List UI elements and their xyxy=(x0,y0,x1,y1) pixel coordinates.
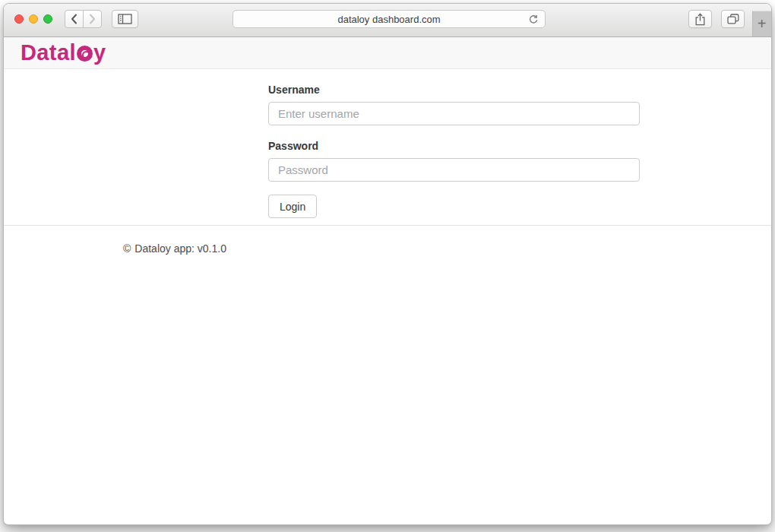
share-icon xyxy=(694,13,706,26)
nav-button-group xyxy=(65,10,102,28)
logo-text-suffix: y xyxy=(93,42,106,64)
reload-icon xyxy=(528,14,539,25)
reload-button[interactable] xyxy=(527,14,539,26)
new-tab-button[interactable]: + xyxy=(752,11,771,36)
traffic-lights xyxy=(14,14,52,24)
address-bar[interactable]: dataloy dashboard.com xyxy=(232,10,546,28)
close-button[interactable] xyxy=(14,14,24,24)
username-input[interactable] xyxy=(268,102,640,125)
dataloy-logo: Dataly xyxy=(21,42,106,64)
app-footer: © Dataloy app: v0.1.0 xyxy=(4,226,771,255)
plus-icon: + xyxy=(758,15,767,33)
login-form: Username Password Login xyxy=(4,69,640,218)
login-button[interactable]: Login xyxy=(268,195,317,218)
back-button[interactable] xyxy=(65,10,84,28)
tabs-icon xyxy=(727,14,739,24)
browser-window: dataloy dashboard.com xyxy=(3,3,772,525)
sidebar-toggle-button[interactable] xyxy=(112,10,138,28)
password-input[interactable] xyxy=(268,158,640,182)
logo-o-icon xyxy=(77,46,93,62)
minimize-button[interactable] xyxy=(29,14,38,24)
share-button[interactable] xyxy=(688,10,712,28)
username-label: Username xyxy=(268,84,640,96)
zoom-button[interactable] xyxy=(43,14,52,24)
chevron-left-icon xyxy=(71,14,78,24)
password-label: Password xyxy=(268,140,640,152)
chevron-right-icon xyxy=(89,14,96,24)
panel-left-icon xyxy=(118,14,132,24)
app-header: Dataly xyxy=(4,37,771,69)
footer-version-text: Dataloy app: v0.1.0 xyxy=(134,242,226,255)
copyright-icon: © xyxy=(123,242,131,255)
logo-text-prefix: Datal xyxy=(21,42,76,64)
url-text: dataloy dashboard.com xyxy=(337,14,440,25)
browser-toolbar: dataloy dashboard.com xyxy=(4,4,771,37)
tab-overview-button[interactable] xyxy=(721,10,745,28)
login-section: Username Password Login xyxy=(4,69,771,226)
forward-button[interactable] xyxy=(83,10,102,28)
